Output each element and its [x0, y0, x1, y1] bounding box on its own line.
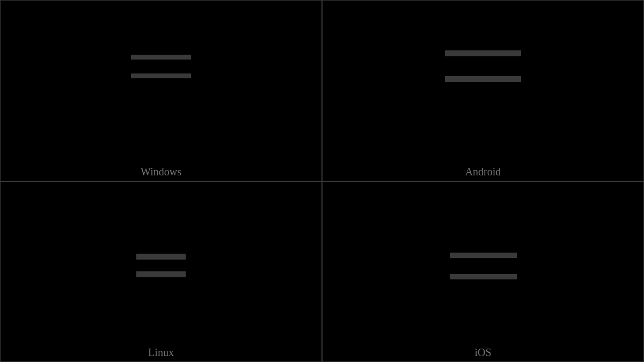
platform-label-android: Android	[323, 166, 643, 178]
glyph-bar	[445, 50, 521, 56]
glyph-bar	[450, 253, 517, 258]
equals-sign-icon	[445, 50, 521, 82]
glyph-bar	[136, 254, 186, 260]
glyph-comparison-grid: Windows Android Linux iOS	[0, 0, 644, 362]
cell-ios: iOS	[322, 181, 644, 363]
glyph-bar	[131, 73, 191, 78]
glyph-bar	[450, 274, 517, 279]
glyph-bar	[131, 55, 191, 60]
cell-android: Android	[322, 0, 644, 181]
equals-sign-icon	[450, 253, 517, 279]
glyph-bar	[445, 76, 521, 82]
platform-label-ios: iOS	[323, 346, 643, 359]
equals-sign-icon	[136, 254, 186, 277]
equals-sign-icon	[131, 55, 191, 78]
cell-windows: Windows	[0, 0, 322, 181]
cell-linux: Linux	[0, 181, 322, 363]
platform-label-windows: Windows	[1, 166, 321, 178]
glyph-bar	[136, 271, 186, 277]
platform-label-linux: Linux	[1, 346, 321, 359]
